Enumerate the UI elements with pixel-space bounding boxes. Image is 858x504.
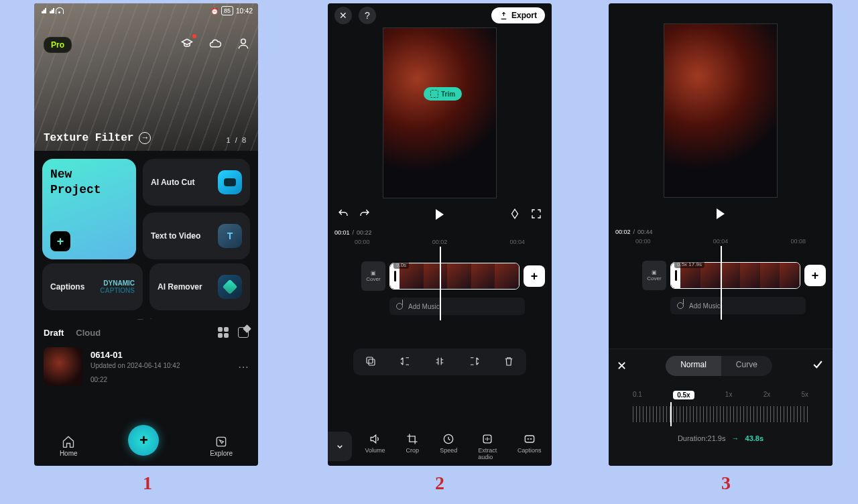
duration-info: Duration:21.9s → 43.8s <box>617 434 824 442</box>
ai-auto-cut-button[interactable]: AI Auto Cut <box>143 159 250 206</box>
help-button[interactable]: ? <box>359 7 376 24</box>
split-left-button[interactable] <box>399 355 411 369</box>
text-to-video-icon <box>218 224 242 248</box>
tab-cloud[interactable]: Cloud <box>76 328 101 338</box>
cover-button[interactable]: ▣Cover <box>361 261 385 291</box>
svg-rect-6 <box>525 436 534 442</box>
split-right-button[interactable] <box>469 355 481 369</box>
grid-view-icon[interactable] <box>218 327 229 338</box>
battery-icon: 85 <box>221 6 233 15</box>
nav-home[interactable]: Home <box>60 435 78 457</box>
svg-rect-3 <box>367 357 373 363</box>
step-1-label: 1 <box>143 472 152 494</box>
new-project-label: New Project <box>50 167 101 197</box>
add-music-label: Add Music <box>689 302 721 310</box>
ai-remover-button[interactable]: AI Remover <box>149 263 250 310</box>
new-project-button[interactable]: New Project + <box>42 159 136 259</box>
screen-speed: 00:02 / 00:44 00:0000:0400:08 ▣Cover + 0… <box>609 3 833 466</box>
music-icon <box>396 303 403 310</box>
playhead[interactable] <box>440 247 441 320</box>
timeline[interactable]: ▣Cover + 9.0s Add Music <box>328 247 552 320</box>
export-button[interactable]: Export <box>491 7 545 23</box>
nav-explore[interactable]: Explore <box>210 435 233 457</box>
trim-tooltip[interactable]: Trim <box>424 87 462 101</box>
play-button[interactable] <box>436 209 444 220</box>
add-music-button[interactable]: Add Music <box>389 298 525 315</box>
speed-slider[interactable] <box>633 406 808 422</box>
alarm-icon: ⏰ <box>210 7 219 15</box>
delete-button[interactable] <box>503 355 515 369</box>
svg-rect-2 <box>369 359 375 365</box>
more-icon[interactable]: ⋯ <box>238 361 249 373</box>
screen-home: ⏰ 85 10:42 Pro Texture Filter → 1 / 8 <box>34 3 258 466</box>
signal-icon <box>48 8 54 13</box>
captions-button[interactable]: Captions <box>517 432 542 460</box>
fullscreen-button[interactable] <box>530 208 542 222</box>
speed-labels: 0.1 0.5x 1x 2x 5x <box>617 376 824 406</box>
video-clip[interactable] <box>389 263 519 290</box>
timeline-ruler: 00:0000:0200:04 <box>328 237 552 247</box>
tab-draft[interactable]: Draft <box>44 328 64 338</box>
status-bar: ⏰ 85 10:42 <box>34 3 258 18</box>
eraser-icon <box>218 275 242 299</box>
confirm-button[interactable] <box>811 358 824 375</box>
captions-label: Captions <box>50 282 84 292</box>
video-preview[interactable]: Trim <box>383 27 497 198</box>
seg-curve[interactable]: Curve <box>721 356 772 376</box>
speed-mode-segment: Normal Curve <box>666 356 772 376</box>
pro-badge[interactable]: Pro <box>44 37 72 53</box>
volume-button[interactable]: Volume <box>365 432 385 460</box>
robot-icon <box>218 170 242 194</box>
clip-duration-badge: 9.0s <box>393 261 409 269</box>
timeline-ruler: 00:0000:0400:08 <box>609 237 833 246</box>
screen-editor: ✕ ? Export Trim 00:01 / 00:22 00:0000:02… <box>328 3 552 466</box>
back-button[interactable] <box>328 432 352 461</box>
draft-item[interactable]: 0614-01 Updated on 2024-06-14 10:42 00:2… <box>34 342 258 391</box>
close-panel-button[interactable]: ✕ <box>617 359 627 373</box>
nav-home-label: Home <box>60 450 78 457</box>
svg-point-0 <box>241 39 246 44</box>
cloud-icon[interactable] <box>207 36 223 52</box>
seg-normal[interactable]: Normal <box>666 356 721 376</box>
video-preview[interactable] <box>664 23 778 198</box>
undo-button[interactable] <box>337 208 349 222</box>
add-music-button[interactable]: Add Music <box>670 297 806 314</box>
profile-icon[interactable] <box>235 36 251 52</box>
playhead[interactable] <box>721 246 722 320</box>
hero-banner[interactable]: ⏰ 85 10:42 Pro Texture Filter → 1 / 8 <box>34 3 258 151</box>
close-button[interactable]: ✕ <box>334 7 352 24</box>
crop-button[interactable]: Crop <box>406 432 419 460</box>
fab-create[interactable]: + <box>128 425 159 456</box>
step-2-label: 2 <box>435 472 444 494</box>
clip-speed-badge: 0.5x 17.9s <box>674 261 704 268</box>
time-current: 00:02 <box>615 229 631 235</box>
edit-icon[interactable] <box>238 327 249 338</box>
draft-updated: Updated on 2024-06-14 10:42 <box>90 362 230 369</box>
play-button[interactable] <box>717 208 725 219</box>
speed-button[interactable]: Speed <box>440 432 457 460</box>
add-music-label: Add Music <box>408 303 440 310</box>
plus-icon: + <box>50 231 70 251</box>
add-clip-button[interactable]: + <box>524 265 545 287</box>
hero-title[interactable]: Texture Filter → <box>44 132 151 144</box>
page-dots: — · <box>34 313 258 323</box>
timeline[interactable]: ▣Cover + 0.5x 17.9s Add Music <box>609 246 833 320</box>
add-clip-button[interactable]: + <box>804 265 826 286</box>
wifi-icon <box>56 7 64 14</box>
cover-button[interactable]: ▣Cover <box>642 261 666 290</box>
keyframe-button[interactable] <box>509 208 521 222</box>
text-to-video-button[interactable]: Text to Video <box>143 212 250 259</box>
redo-button[interactable] <box>359 208 371 222</box>
speed-current: 0.5x <box>673 391 694 399</box>
extract-audio-button[interactable]: Extract audio <box>478 432 497 460</box>
hero-title-text: Texture Filter <box>44 132 133 144</box>
speed-panel: ✕ Normal Curve 0.1 0.5x 1x 2x 5x Duratio… <box>609 349 833 466</box>
draft-title: 0614-01 <box>90 350 230 360</box>
draft-thumbnail <box>44 347 82 386</box>
academy-icon[interactable] <box>179 36 195 52</box>
step-3-label: 3 <box>721 472 731 494</box>
split-button[interactable] <box>434 355 446 369</box>
captions-button[interactable]: Captions DYNAMICCAPTIONS <box>42 263 143 310</box>
copy-button[interactable] <box>365 355 377 369</box>
time-total: 00:44 <box>637 229 653 235</box>
